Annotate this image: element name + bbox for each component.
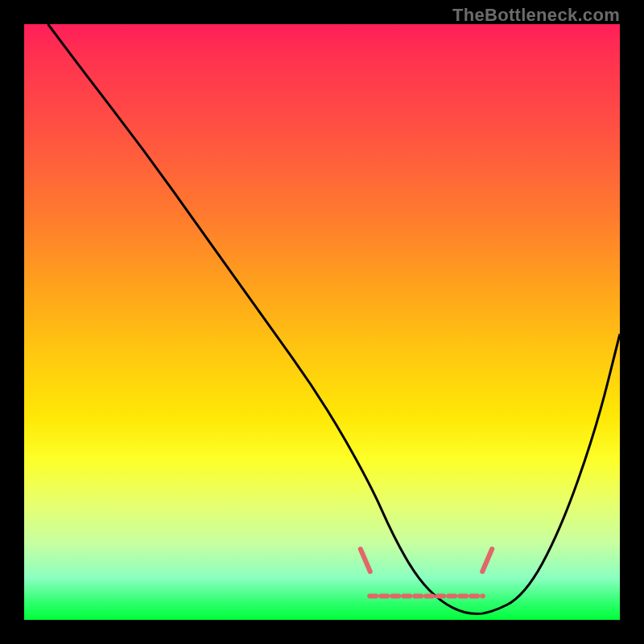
marker-right (482, 549, 492, 572)
curve-svg (24, 24, 620, 620)
marker-left (361, 549, 370, 572)
watermark: TheBottleneck.com (452, 5, 620, 26)
bottleneck-curve (48, 24, 620, 614)
plot-area (24, 24, 620, 620)
chart-frame: TheBottleneck.com (0, 0, 644, 644)
